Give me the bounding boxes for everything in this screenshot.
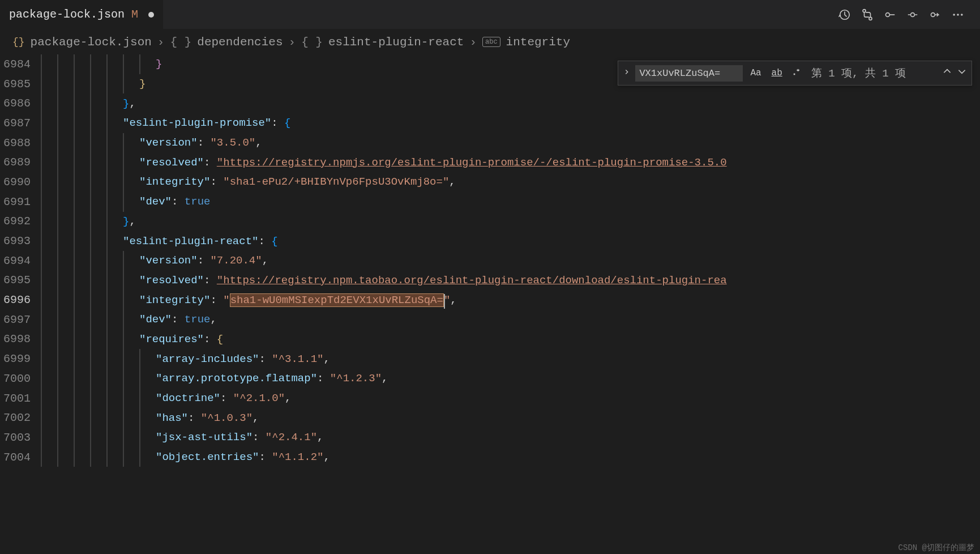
code-editor[interactable]: 6984}6985}6986},6987"eslint-plugin-promi… xyxy=(0,54,980,554)
code-line[interactable]: 6998"requires": { xyxy=(0,330,980,350)
watermark: CSDN @切图仔的噩梦 xyxy=(898,543,974,553)
find-widget: Aa ab 第 1 项, 共 1 项 xyxy=(618,61,972,86)
line-number: 6994 xyxy=(0,254,41,267)
line-number: 6992 xyxy=(0,215,41,228)
previous-change-icon[interactable] xyxy=(884,8,896,21)
breadcrumb[interactable]: {} package-lock.json › { } dependencies … xyxy=(0,29,980,54)
code-line[interactable]: 6991"dev": true xyxy=(0,192,980,212)
line-number: 6990 xyxy=(0,176,41,189)
code-line[interactable]: 6994"version": "7.20.4", xyxy=(0,251,980,271)
line-number: 6988 xyxy=(0,137,41,150)
svg-point-4 xyxy=(911,12,915,16)
match-word-toggle[interactable]: ab xyxy=(769,67,785,79)
code-line[interactable]: 6992}, xyxy=(0,212,980,232)
expand-replace-icon[interactable] xyxy=(623,67,631,79)
breadcrumb-file[interactable]: package-lock.json xyxy=(31,36,152,49)
line-number: 7002 xyxy=(0,411,41,424)
svg-point-7 xyxy=(957,14,959,16)
more-icon[interactable] xyxy=(952,8,964,21)
code-line[interactable]: 6987"eslint-plugin-promise": { xyxy=(0,113,980,133)
svg-rect-9 xyxy=(794,73,795,75)
compare-changes-icon[interactable] xyxy=(861,8,874,21)
line-number: 7001 xyxy=(0,392,41,405)
line-number: 6991 xyxy=(0,195,41,208)
braces-icon: { } xyxy=(170,36,191,49)
line-number: 6986 xyxy=(0,97,41,110)
svg-point-2 xyxy=(869,17,872,20)
chevron-right-icon: › xyxy=(289,36,296,49)
revert-change-icon[interactable] xyxy=(929,8,942,21)
code-line[interactable]: 6993"eslint-plugin-react": { xyxy=(0,231,980,251)
match-case-toggle[interactable]: Aa xyxy=(747,67,764,79)
code-line[interactable]: 6997"dev": true, xyxy=(0,310,980,330)
code-line[interactable]: 6996"integrity": "sha1-wU0mMSIexpTd2EVX1… xyxy=(0,290,980,310)
code-line[interactable]: 6995"resolved": "https://registry.npm.ta… xyxy=(0,271,980,291)
code-line[interactable]: 6989"resolved": "https://registry.npmjs.… xyxy=(0,152,980,172)
find-result-count: 第 1 项, 共 1 项 xyxy=(811,66,906,80)
line-number: 6987 xyxy=(0,117,41,130)
svg-point-3 xyxy=(885,12,889,16)
line-number: 6999 xyxy=(0,352,41,365)
breadcrumb-field[interactable]: integrity xyxy=(506,36,570,49)
json-file-icon: {} xyxy=(12,36,25,48)
line-number: 6997 xyxy=(0,313,41,326)
code-line[interactable]: 7001"doctrine": "^2.1.0", xyxy=(0,389,980,408)
line-number: 7000 xyxy=(0,372,41,385)
editor-toolbar xyxy=(838,8,980,21)
svg-point-5 xyxy=(931,12,935,16)
line-number: 7004 xyxy=(0,451,41,464)
line-number: 7003 xyxy=(0,431,41,444)
line-number: 6996 xyxy=(0,293,41,306)
string-icon: abc xyxy=(482,37,500,47)
code-line[interactable]: 6990"integrity": "sha1-ePu2/+BHIBYnVp6Fp… xyxy=(0,172,980,192)
line-number: 6984 xyxy=(0,58,41,71)
breadcrumb-dependencies[interactable]: dependencies xyxy=(197,36,283,49)
next-change-icon[interactable] xyxy=(906,8,919,21)
find-prev-icon[interactable] xyxy=(942,66,952,80)
find-input[interactable] xyxy=(635,65,743,82)
tab-dirty-dot xyxy=(148,12,154,18)
line-number: 6995 xyxy=(0,274,41,287)
editor-tab[interactable]: package-lock.json M xyxy=(0,0,163,29)
regex-toggle[interactable] xyxy=(790,67,803,80)
line-number: 6993 xyxy=(0,235,41,248)
breadcrumb-package[interactable]: eslint-plugin-react xyxy=(328,36,464,49)
find-next-icon[interactable] xyxy=(957,66,967,80)
tab-modified-badge: M xyxy=(131,8,138,21)
line-number: 6985 xyxy=(0,78,41,91)
code-line[interactable]: 7004"object.entries": "^1.1.2", xyxy=(0,448,980,467)
line-number: 6998 xyxy=(0,333,41,346)
timeline-icon[interactable] xyxy=(838,8,851,21)
code-line[interactable]: 6986}, xyxy=(0,93,980,113)
tab-title: package-lock.json xyxy=(9,8,125,21)
line-number: 6989 xyxy=(0,156,41,169)
svg-point-6 xyxy=(953,14,955,16)
code-line[interactable]: 7003"jsx-ast-utils": "^2.4.1", xyxy=(0,428,980,448)
tab-bar: package-lock.json M xyxy=(0,0,980,29)
chevron-right-icon: › xyxy=(157,36,165,49)
code-line[interactable]: 6988"version": "3.5.0", xyxy=(0,133,980,153)
braces-icon: { } xyxy=(301,36,323,49)
code-line[interactable]: 6999"array-includes": "^3.1.1", xyxy=(0,349,980,369)
code-line[interactable]: 7002"has": "^1.0.3", xyxy=(0,408,980,428)
svg-point-1 xyxy=(863,9,866,12)
chevron-right-icon: › xyxy=(469,36,477,49)
svg-point-8 xyxy=(961,14,963,16)
code-line[interactable]: 7000"array.prototype.flatmap": "^1.2.3", xyxy=(0,369,980,389)
